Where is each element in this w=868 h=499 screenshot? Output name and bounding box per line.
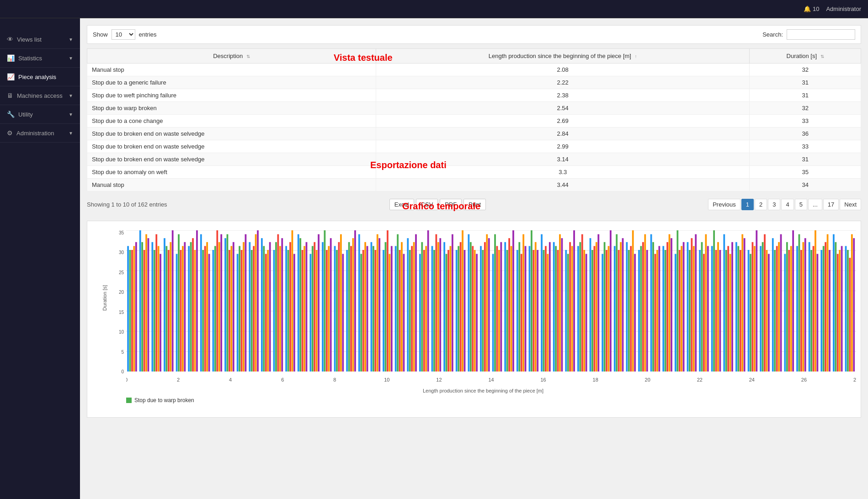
svg-rect-174 <box>531 230 533 372</box>
svg-rect-99 <box>348 242 350 372</box>
page-2[interactable]: 2 <box>755 199 767 210</box>
svg-rect-215 <box>630 246 632 372</box>
page-container: 🔔 10 Administrator Vista testuale Esport… <box>80 0 868 499</box>
sidebar-item-label: Utility <box>18 111 33 118</box>
svg-rect-19 <box>154 250 155 372</box>
sidebar-item-administration[interactable]: ⚙ Administration ▼ <box>0 124 80 143</box>
svg-rect-33 <box>188 246 190 372</box>
table-row: Stop due to weft pinching failure 2.38 3… <box>87 89 861 102</box>
search-input[interactable] <box>787 29 855 40</box>
svg-rect-62 <box>257 230 259 372</box>
svg-rect-39 <box>202 250 204 372</box>
svg-rect-217 <box>634 254 636 372</box>
page-previous[interactable]: Previous <box>708 199 740 210</box>
col-header-length[interactable]: Length production since the beginning of… <box>376 49 750 64</box>
svg-rect-111 <box>377 234 378 372</box>
svg-rect-73 <box>285 246 287 372</box>
export-pdf-button[interactable]: PDF <box>440 199 462 210</box>
svg-rect-253 <box>723 234 725 372</box>
svg-rect-179 <box>543 250 545 372</box>
export-csv-button[interactable]: CSV <box>416 199 438 210</box>
user-menu[interactable]: Administrator <box>826 5 861 12</box>
svg-rect-175 <box>533 250 534 372</box>
svg-rect-87 <box>318 234 320 372</box>
svg-rect-65 <box>265 254 267 372</box>
svg-rect-304 <box>847 250 849 372</box>
svg-rect-254 <box>725 250 727 372</box>
col-header-duration[interactable]: Duration [s] ⇅ <box>750 49 861 64</box>
svg-rect-115 <box>387 230 389 372</box>
svg-text:10: 10 <box>384 377 389 382</box>
svg-rect-151 <box>474 250 476 372</box>
page-3[interactable]: 3 <box>768 199 780 210</box>
svg-text:24: 24 <box>749 377 755 382</box>
sidebar-item-views-list[interactable]: 👁 Views list ▼ <box>0 30 80 49</box>
export-excel-button[interactable]: Excel <box>389 199 414 210</box>
svg-rect-53 <box>237 254 239 372</box>
cell-description: Stop due to broken end on waste selvedge <box>87 153 376 166</box>
svg-rect-103 <box>358 234 360 372</box>
admin-icon: ⚙ <box>7 129 13 137</box>
notifications[interactable]: 🔔 10 <box>804 5 819 12</box>
topbar: 🔔 10 Administrator <box>0 0 868 18</box>
page-5[interactable]: 5 <box>795 199 807 210</box>
svg-rect-101 <box>352 238 354 372</box>
table-row: Stop due to broken end on waste selvedge… <box>87 153 861 166</box>
svg-text:4: 4 <box>229 377 232 382</box>
svg-rect-277 <box>780 234 782 372</box>
svg-rect-161 <box>498 250 500 372</box>
page-1[interactable]: 1 <box>741 199 754 210</box>
table-controls-top: Show 10 25 50 100 entries Search: <box>87 25 861 44</box>
svg-rect-233 <box>675 254 676 372</box>
svg-rect-92 <box>330 238 332 372</box>
svg-text:6: 6 <box>281 377 284 382</box>
table-controls-bottom: Showing 1 to 10 of 162 entries Excel CSV… <box>87 195 861 214</box>
sidebar-item-statistics[interactable]: 📊 Statistics ▼ <box>0 49 80 68</box>
sidebar-item-piece-analysis[interactable]: 📈 Piece analysis <box>0 68 80 86</box>
svg-rect-27 <box>172 230 174 372</box>
cell-length: 2.99 <box>376 140 750 153</box>
svg-rect-157 <box>488 238 490 372</box>
svg-rect-95 <box>338 242 340 372</box>
svg-rect-246 <box>705 234 707 372</box>
y-tick-10: 10 <box>119 329 124 334</box>
svg-rect-176 <box>535 242 537 372</box>
svg-text:2: 2 <box>177 377 180 382</box>
chevron-icon-admin: ▼ <box>69 131 73 136</box>
svg-rect-38 <box>200 234 202 372</box>
svg-rect-187 <box>561 238 563 372</box>
svg-rect-134 <box>433 250 435 372</box>
sidebar-item-utility[interactable]: 🔧 Utility ▼ <box>0 105 80 124</box>
sort-icon-desc: ⇅ <box>246 54 250 59</box>
svg-rect-67 <box>269 242 271 372</box>
svg-rect-245 <box>703 254 705 372</box>
svg-rect-91 <box>328 246 330 372</box>
svg-rect-113 <box>383 250 384 372</box>
svg-rect-28 <box>176 254 178 372</box>
svg-rect-141 <box>450 246 452 372</box>
svg-rect-17 <box>148 238 149 372</box>
showing-text: Showing 1 to 10 of 162 entries <box>87 201 167 208</box>
svg-rect-97 <box>342 254 344 372</box>
page-4[interactable]: 4 <box>781 199 793 210</box>
svg-rect-29 <box>178 234 180 372</box>
entries-select[interactable]: 10 25 50 100 <box>112 29 135 40</box>
svg-rect-262 <box>744 238 746 372</box>
svg-text:0: 0 <box>126 377 128 382</box>
svg-rect-214 <box>628 250 630 372</box>
svg-rect-276 <box>778 242 780 372</box>
svg-rect-193 <box>577 246 579 372</box>
export-print-button[interactable]: Print <box>463 199 486 210</box>
svg-rect-9 <box>129 250 131 372</box>
page-next[interactable]: Next <box>840 199 861 210</box>
svg-rect-64 <box>263 246 265 372</box>
page-17[interactable]: 17 <box>823 199 839 210</box>
svg-rect-162 <box>500 242 502 372</box>
svg-rect-239 <box>689 250 691 372</box>
col-header-description[interactable]: Description ⇅ <box>87 49 376 64</box>
cell-length: 3.14 <box>376 153 750 166</box>
svg-rect-59 <box>251 250 253 372</box>
svg-rect-130 <box>423 250 425 372</box>
chart-x-label: Length production since the beginning of… <box>110 388 856 393</box>
sidebar-item-machines-access[interactable]: 🖥 Machines access ▼ <box>0 86 80 105</box>
